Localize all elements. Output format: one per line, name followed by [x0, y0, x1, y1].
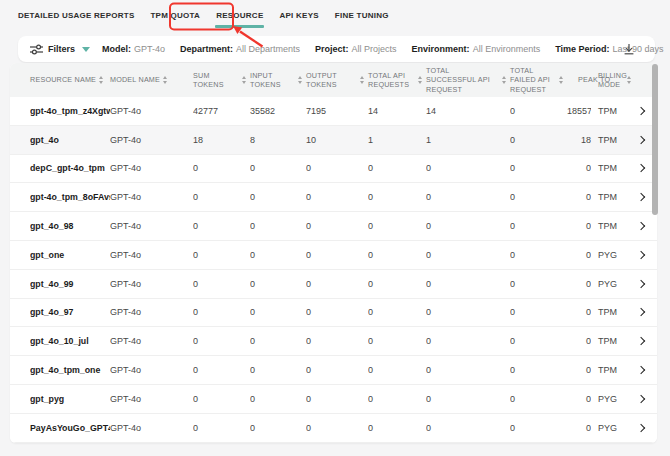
cell-total-api-requests: 0 — [368, 307, 426, 317]
row-chevron-icon[interactable] — [637, 337, 645, 345]
sort-icon[interactable] — [418, 76, 422, 84]
row-expand[interactable] — [635, 108, 647, 114]
row-expand[interactable] — [635, 223, 647, 229]
sort-icon[interactable] — [99, 76, 103, 84]
cell-peak-tokens: 0 — [567, 279, 591, 289]
cell-total-api-requests: 0 — [368, 221, 426, 231]
table-row[interactable]: gpt_4o_10_julGPT-4o0000000TPM — [10, 327, 657, 356]
sort-icon[interactable] — [360, 76, 364, 84]
table-row[interactable]: gpt-4o_tpm_z4XgtwGPT-4o42777355827195141… — [10, 97, 657, 126]
cell-billing-mode: PYG — [591, 394, 635, 404]
filter-label: Environment: — [412, 44, 470, 54]
row-chevron-icon[interactable] — [637, 423, 645, 431]
sort-icon[interactable] — [502, 76, 506, 84]
filter-value: GPT-4o — [134, 44, 165, 54]
row-chevron-icon[interactable] — [637, 164, 645, 172]
cell-sum-tokens: 0 — [193, 307, 250, 317]
row-expand[interactable] — [635, 165, 647, 171]
column-header-total-failed-api-requests[interactable]: TOTAL FAILED API REQUEST — [510, 66, 567, 94]
filter-department[interactable]: Department: All Departments — [180, 44, 300, 54]
cell-resource-name: gpt-4o_tpm_8oFAvs — [30, 192, 110, 202]
cell-sum-tokens: 0 — [193, 423, 250, 433]
tab-tpm-quota[interactable]: TPM QUOTA — [142, 5, 208, 28]
filter-model[interactable]: Model: GPT-4o — [102, 44, 165, 54]
cell-output-tokens: 10 — [306, 135, 368, 145]
tab-label: DETAILED USAGE REPORTS — [18, 11, 134, 20]
column-header-total-api-requests[interactable]: TOTAL API REQUESTS — [368, 71, 426, 90]
column-header-input-tokens[interactable]: INPUT TOKENS — [250, 71, 306, 90]
vertical-scrollbar-thumb[interactable] — [652, 64, 658, 215]
sort-icon[interactable] — [242, 76, 246, 84]
active-filters: Model: GPT-4oDepartment: All Departments… — [102, 44, 613, 54]
filter-project[interactable]: Project: All Projects — [315, 44, 397, 54]
cell-input-tokens: 8 — [250, 135, 306, 145]
cell-output-tokens: 0 — [306, 394, 368, 404]
tab-detailed-usage-reports[interactable]: DETAILED USAGE REPORTS — [10, 5, 142, 28]
row-chevron-icon[interactable] — [637, 222, 645, 230]
row-chevron-icon[interactable] — [637, 193, 645, 201]
table-row[interactable]: PayAsYouGo_GPT4o_...GPT-4o0000000PYG — [10, 414, 657, 443]
cell-resource-name: gpt_4o_98 — [30, 221, 110, 231]
cell-total-api-requests: 14 — [368, 106, 426, 116]
cell-input-tokens: 0 — [250, 279, 306, 289]
row-expand[interactable] — [635, 281, 647, 287]
download-button[interactable] — [621, 41, 637, 57]
table-row[interactable]: gpt_4oGPT-4o1881011018TPM — [10, 126, 657, 155]
cell-output-tokens: 0 — [306, 423, 368, 433]
filter-value: All Projects — [352, 44, 397, 54]
cell-total-api-requests: 0 — [368, 394, 426, 404]
sort-icon[interactable] — [559, 76, 563, 84]
row-expand[interactable] — [635, 425, 647, 431]
table-row[interactable]: gpt_pygGPT-4o0000000PYG — [10, 385, 657, 414]
tab-bar: DETAILED USAGE REPORTSTPM QUOTARESOURCEA… — [10, 5, 397, 28]
filter-environment[interactable]: Environment: All Environments — [412, 44, 541, 54]
row-chevron-icon[interactable] — [637, 308, 645, 316]
filter-label: Time Period: — [555, 44, 609, 54]
tab-fine-tuning[interactable]: FINE TUNING — [327, 5, 397, 28]
cell-model-name: GPT-4o — [110, 106, 193, 116]
sort-icon[interactable] — [627, 76, 631, 84]
table-row[interactable]: depC_gpt-4o_tpmGPT-4o0000000TPM — [10, 155, 657, 184]
cell-input-tokens: 0 — [250, 365, 306, 375]
row-expand[interactable] — [635, 367, 647, 373]
column-header-sum-tokens[interactable]: SUM TOKENS — [193, 71, 250, 90]
row-expand[interactable] — [635, 252, 647, 258]
column-header-peak-tokens[interactable]: PEAK TO — [567, 75, 591, 84]
cell-billing-mode: TPM — [591, 307, 635, 317]
row-expand[interactable] — [635, 194, 647, 200]
cell-total-failed-api-requests: 0 — [510, 135, 567, 145]
cell-total-failed-api-requests: 0 — [510, 279, 567, 289]
cell-billing-mode: TPM — [591, 221, 635, 231]
column-header-model-name[interactable]: MODEL NAME — [110, 75, 193, 84]
column-header-billing-mode[interactable]: BILLING MODE — [591, 71, 635, 90]
row-expand[interactable] — [635, 396, 647, 402]
cell-sum-tokens: 18 — [193, 135, 250, 145]
table-row[interactable]: gpt_4o_98GPT-4o0000000TPM — [10, 212, 657, 241]
tab-label: RESOURCE — [216, 11, 263, 20]
column-label: TOTAL SUCCESSFUL API REQUEST — [426, 66, 499, 94]
column-header-total-successful-api-requests[interactable]: TOTAL SUCCESSFUL API REQUEST — [426, 66, 510, 94]
row-expand[interactable] — [635, 309, 647, 315]
table-row[interactable]: gpt_4o_tpm_oneGPT-4o0000000TPM — [10, 356, 657, 385]
tab-api-keys[interactable]: API KEYS — [271, 5, 326, 28]
table-row[interactable]: gpt_oneGPT-4o0000000PYG — [10, 241, 657, 270]
cell-model-name: GPT-4o — [110, 135, 193, 145]
column-header-output-tokens[interactable]: OUTPUT TOKENS — [306, 71, 368, 90]
row-chevron-icon[interactable] — [637, 135, 645, 143]
table-row[interactable]: gpt_4o_99GPT-4o0000000PYG — [10, 270, 657, 299]
table-row[interactable]: gpt_4o_97GPT-4o0000000TPM — [10, 299, 657, 328]
sort-icon[interactable] — [163, 76, 167, 84]
column-header-resource-name[interactable]: RESOURCE NAME — [30, 75, 110, 84]
row-chevron-icon[interactable] — [637, 366, 645, 374]
row-expand[interactable] — [635, 338, 647, 344]
tab-resource[interactable]: RESOURCE — [208, 5, 271, 28]
row-chevron-icon[interactable] — [637, 395, 645, 403]
row-chevron-icon[interactable] — [637, 107, 645, 115]
row-chevron-icon[interactable] — [637, 279, 645, 287]
row-chevron-icon[interactable] — [637, 251, 645, 259]
filters-button[interactable]: Filters — [30, 44, 90, 55]
filter-time-period[interactable]: Time Period: Last 90 days — [555, 44, 663, 54]
table-row[interactable]: gpt-4o_tpm_8oFAvsGPT-4o0000000TPM — [10, 183, 657, 212]
sort-icon[interactable] — [298, 76, 302, 84]
row-expand[interactable] — [635, 137, 647, 143]
